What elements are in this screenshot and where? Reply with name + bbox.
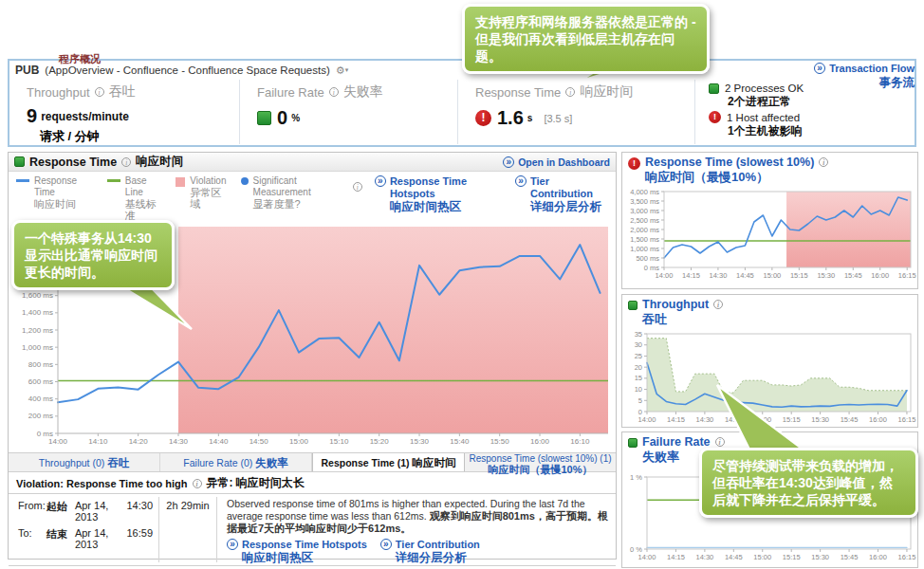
svg-text:25: 25	[635, 352, 642, 360]
legend-violation: Violation 异常区域	[176, 175, 228, 221]
svg-text:16:00: 16:00	[869, 415, 887, 424]
info-icon[interactable]: i	[329, 87, 339, 97]
info-icon[interactable]: i	[715, 437, 725, 447]
svg-text:3,000 ms: 3,000 ms	[630, 207, 659, 215]
svg-text:15:45: 15:45	[841, 415, 859, 424]
tab-failure-rate[interactable]: Failure Rate (0) 失败率	[160, 453, 312, 471]
response-time-slowest-chart: 0 ms500 ms1,000 ms1,500 ms2,000 ms2,500 …	[622, 188, 917, 296]
svg-text:200 ms: 200 ms	[28, 412, 53, 420]
svg-text:14:00: 14:00	[48, 437, 68, 446]
response-time-value: 1.6	[497, 107, 524, 129]
svg-text:15:30: 15:30	[811, 415, 829, 424]
svg-text:14:00: 14:00	[638, 415, 656, 424]
throughput-chart: 0510152025303514:0014:1514:3014:4515:001…	[622, 330, 917, 440]
svg-text:15:15: 15:15	[790, 271, 808, 280]
svg-text:1,200 ms: 1,200 ms	[22, 326, 53, 335]
panel-title-cn: 响应时间	[136, 154, 183, 170]
app-name: PUB	[15, 64, 39, 77]
alert-icon: !	[475, 110, 491, 126]
svg-text:14:45: 14:45	[725, 415, 743, 424]
response-time-panel: Response Time i 响应时间 » Open in Dashboard…	[8, 152, 617, 560]
svg-text:14:15: 14:15	[667, 415, 685, 424]
response-time-hotspots-link[interactable]: » Response Time Hotspots 响应时间热区	[375, 175, 506, 221]
legend-significant: Significant Measurement i 显著度量?	[241, 175, 362, 221]
transaction-flow-label-cn: 事务流	[814, 75, 915, 91]
kpi-response-time: Response Time i 响应时间 ! 1.6 s [3.5 s]	[457, 80, 694, 144]
response-time-hotspots-link[interactable]: » Response Time Hotspots 响应时间热区	[227, 539, 367, 565]
gear-icon[interactable]: ⚙▾	[336, 64, 348, 77]
tab-response-time[interactable]: Response Time (1) 响应时间	[312, 453, 465, 471]
svg-text:14:45: 14:45	[725, 553, 743, 561]
svg-text:15:00: 15:00	[289, 437, 309, 446]
svg-text:15: 15	[635, 374, 642, 382]
violation-duration: 2h 29min	[159, 494, 216, 565]
svg-text:14:45: 14:45	[736, 271, 754, 280]
green-line-icon	[107, 179, 120, 182]
forward-icon: »	[814, 63, 825, 74]
app-overview-label-cn: 程序概况	[59, 52, 101, 66]
status-processes: 2 Processes OK	[725, 83, 804, 94]
throughput-value: 9	[27, 105, 37, 127]
blue-line-icon	[16, 179, 29, 182]
svg-text:10: 10	[635, 385, 642, 394]
svg-text:16:00: 16:00	[530, 437, 550, 446]
violation-from: From: 起始 Apr 14, 2013 14:30	[18, 500, 153, 523]
svg-text:1,600 ms: 1,600 ms	[22, 291, 53, 300]
response-time-panel-header: Response Time i 响应时间 » Open in Dashboard	[9, 153, 616, 172]
svg-text:1,000 ms: 1,000 ms	[22, 343, 53, 352]
svg-text:30: 30	[635, 340, 642, 349]
svg-text:14:15: 14:15	[667, 553, 685, 561]
forward-icon: »	[380, 539, 392, 550]
transaction-flow-link[interactable]: » Transaction Flow 事务流	[814, 63, 915, 91]
svg-text:15:00: 15:00	[763, 271, 781, 280]
open-in-dashboard-button[interactable]: » Open in Dashboard	[503, 156, 610, 168]
tier-contribution-link[interactable]: » Tier Contribution 详细分层分析	[380, 539, 480, 565]
svg-text:1,400 ms: 1,400 ms	[22, 308, 53, 317]
svg-text:16:00: 16:00	[871, 271, 889, 280]
legend-baseline: Base Line 基线标准	[107, 175, 163, 221]
info-icon[interactable]: i	[819, 157, 828, 167]
svg-text:15:00: 15:00	[753, 415, 771, 424]
svg-text:5: 5	[638, 396, 642, 405]
svg-text:16:10: 16:10	[570, 437, 590, 446]
svg-text:14:40: 14:40	[209, 437, 229, 446]
ok-square-icon	[14, 156, 25, 167]
status-host: 1 Host affected	[727, 112, 800, 123]
kpi-throughput: Throughput i 吞吐 9 requests/minute 请求 / 分…	[9, 80, 239, 144]
info-icon[interactable]: i	[565, 87, 575, 97]
forward-icon: »	[503, 156, 514, 168]
alert-icon: !	[709, 111, 721, 123]
info-icon[interactable]: i	[193, 479, 202, 488]
kpi-failure-rate: Failure Rate i 失败率 0 %	[239, 80, 457, 144]
svg-text:14:30: 14:30	[710, 271, 728, 280]
info-icon[interactable]: i	[713, 300, 723, 309]
info-icon[interactable]: i	[95, 87, 104, 97]
transaction-flow-label: Transaction Flow	[829, 63, 915, 74]
svg-text:1,000 ms: 1,000 ms	[630, 245, 659, 253]
svg-text:16:15: 16:15	[898, 415, 916, 424]
info-icon[interactable]: i	[353, 182, 362, 192]
tab-throughput[interactable]: Throughput (0) 吞吐	[9, 453, 160, 471]
svg-text:15:45: 15:45	[844, 271, 862, 280]
svg-text:1 %: 1 %	[630, 473, 642, 482]
info-icon[interactable]: i	[121, 157, 131, 167]
tab-response-time-slowest[interactable]: Response Time (slowest 10%) (1) 响应时间（最慢1…	[465, 453, 616, 471]
violation-details: From: 起始 Apr 14, 2013 14:30 To: 结束 Apr 1…	[9, 493, 616, 566]
panel-throughput: Throughput i 吞吐 0510152025303514:0014:15…	[621, 294, 918, 428]
svg-text:15:00: 15:00	[753, 553, 771, 561]
svg-text:15:20: 15:20	[370, 437, 390, 446]
svg-text:14:00: 14:00	[656, 271, 674, 280]
ok-square-icon	[257, 111, 271, 125]
svg-text:15:10: 15:10	[329, 437, 349, 446]
svg-text:4,000 ms: 4,000 ms	[630, 188, 659, 196]
svg-text:14:50: 14:50	[249, 437, 269, 446]
svg-text:14:30: 14:30	[695, 553, 713, 561]
tier-contribution-link[interactable]: » Tier Contribution 详细分层分析	[515, 175, 608, 221]
panel-title: Response Time	[29, 156, 117, 169]
forward-icon: »	[375, 175, 386, 187]
ok-square-icon	[628, 301, 638, 310]
svg-text:1,500 ms: 1,500 ms	[630, 235, 659, 244]
pink-square-icon	[176, 177, 185, 187]
blue-dot-icon	[241, 177, 249, 185]
svg-text:16:15: 16:15	[898, 553, 916, 561]
